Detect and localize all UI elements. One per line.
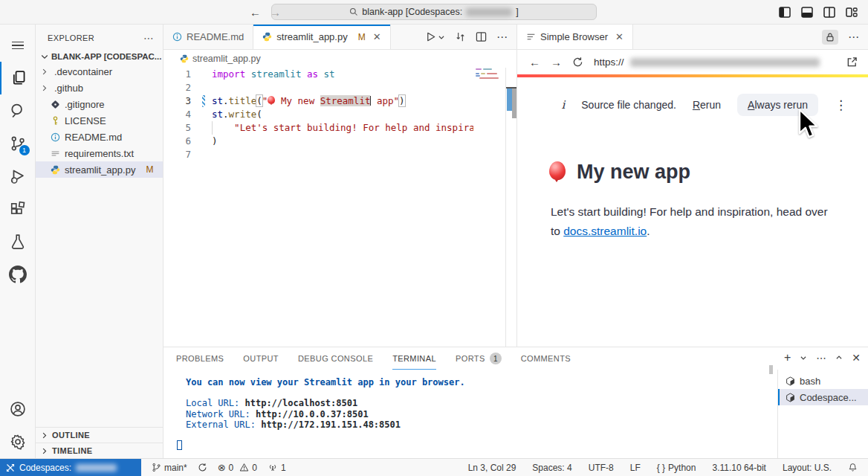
browser-back-icon[interactable]: ← bbox=[529, 56, 540, 68]
forwarded-ports-status[interactable]: 1 bbox=[268, 463, 286, 473]
reload-icon[interactable] bbox=[572, 57, 583, 68]
tab-streamlit-app[interactable]: streamlit_app.py M ✕ bbox=[253, 25, 390, 49]
file-streamlit-app[interactable]: streamlit_app.py M bbox=[36, 161, 163, 178]
modified-badge: M bbox=[358, 32, 366, 42]
tab-debug-console[interactable]: DEBUG CONSOLE bbox=[298, 347, 373, 370]
menu-button[interactable] bbox=[0, 29, 36, 62]
indentation[interactable]: Spaces: 4 bbox=[532, 463, 571, 473]
activity-search[interactable] bbox=[0, 94, 36, 127]
rerun-link[interactable]: Rerun bbox=[693, 99, 721, 111]
session-bash[interactable]: bash bbox=[778, 373, 868, 389]
open-changes-icon[interactable] bbox=[455, 31, 466, 42]
accounts-button[interactable] bbox=[0, 393, 36, 425]
tab-readme[interactable]: README.md bbox=[163, 25, 253, 49]
branch-status[interactable]: main* bbox=[152, 463, 187, 473]
timeline-section[interactable]: TIMELINE bbox=[36, 443, 163, 458]
terminal-cube-icon bbox=[786, 376, 795, 386]
terminal-output[interactable]: You can now view your Streamlit app in y… bbox=[163, 370, 777, 458]
indent-guide bbox=[212, 121, 213, 135]
history-back-icon[interactable]: ← bbox=[250, 6, 261, 19]
file-github[interactable]: .github bbox=[36, 80, 163, 96]
remote-indicator[interactable]: Codespaces: bbox=[0, 459, 141, 476]
command-center-search[interactable]: blank-app [Codespaces: ] bbox=[271, 4, 597, 20]
outline-section[interactable]: OUTLINE bbox=[36, 427, 163, 443]
gear-icon bbox=[10, 434, 26, 450]
tab-simple-browser[interactable]: Simple Browser ✕ bbox=[517, 25, 633, 49]
url-field[interactable]: https:// bbox=[594, 57, 836, 68]
keyboard-layout[interactable]: Layout: U.S. bbox=[783, 463, 832, 473]
history-forward-icon[interactable]: → bbox=[270, 6, 281, 19]
activity-github[interactable] bbox=[0, 258, 36, 291]
run-dropdown-icon[interactable] bbox=[438, 33, 445, 41]
bell-icon[interactable] bbox=[848, 463, 858, 472]
url-protocol: https:// bbox=[594, 57, 624, 68]
toggle-panel-icon[interactable] bbox=[801, 7, 813, 18]
open-external-icon[interactable] bbox=[846, 57, 858, 68]
close-panel-icon[interactable]: ✕ bbox=[852, 352, 861, 364]
split-editor-icon[interactable] bbox=[823, 7, 835, 18]
tab-output[interactable]: OUTPUT bbox=[243, 347, 279, 370]
run-file-icon[interactable] bbox=[425, 31, 436, 42]
app-menu-icon[interactable]: ⋮ bbox=[835, 97, 847, 113]
status-info-icon[interactable]: i bbox=[561, 98, 565, 112]
activity-testing[interactable] bbox=[0, 225, 36, 258]
close-tab-icon[interactable]: ✕ bbox=[373, 31, 381, 42]
browser-forward-icon[interactable]: → bbox=[551, 56, 562, 68]
redacted-codespace-name bbox=[466, 8, 512, 16]
file-readme[interactable]: README.md bbox=[36, 129, 163, 145]
language-mode[interactable]: { }Python bbox=[657, 463, 696, 473]
activity-source-control[interactable]: 1 bbox=[0, 127, 36, 160]
file-requirements[interactable]: requirements.txt bbox=[36, 145, 163, 161]
toggle-sidebar-icon[interactable] bbox=[779, 7, 791, 18]
docs-link[interactable]: docs.streamlit.io bbox=[563, 225, 647, 237]
file-gitignore[interactable]: .gitignore bbox=[36, 96, 163, 112]
browser-more-actions[interactable]: ⋯ bbox=[848, 30, 859, 44]
key-icon bbox=[51, 116, 60, 126]
activity-explorer[interactable] bbox=[0, 62, 36, 94]
ruler-selection-mark bbox=[507, 89, 512, 111]
tab-problems[interactable]: PROBLEMS bbox=[176, 347, 224, 370]
lock-toggle[interactable] bbox=[822, 30, 838, 45]
titlebar: ← → blank-app [Codespaces: ] bbox=[0, 0, 868, 25]
terminal-dropdown-icon[interactable] bbox=[800, 354, 807, 361]
tab-comments[interactable]: COMMENTS bbox=[521, 347, 571, 370]
editor-more-actions[interactable]: ⋯ bbox=[496, 30, 508, 44]
eol-sequence[interactable]: LF bbox=[630, 463, 641, 473]
close-tab-icon[interactable]: ✕ bbox=[615, 31, 624, 42]
minimap[interactable] bbox=[473, 68, 505, 347]
session-codespace[interactable]: Codespace... bbox=[778, 389, 868, 405]
panel-more-actions[interactable]: ⋯ bbox=[816, 352, 826, 364]
tab-terminal[interactable]: TERMINAL bbox=[392, 347, 436, 370]
cursor-position[interactable]: Ln 3, Col 29 bbox=[468, 463, 516, 473]
maximize-panel-icon[interactable] bbox=[835, 354, 843, 361]
scm-badge: 1 bbox=[19, 145, 30, 155]
split-editor-icon[interactable] bbox=[476, 31, 487, 42]
explorer-sidebar: EXPLORER ⋯ BLANK-APP [CODESPAC... .devco… bbox=[36, 25, 163, 458]
overview-ruler[interactable] bbox=[505, 68, 516, 347]
activity-run-debug[interactable] bbox=[0, 160, 36, 193]
settings-button[interactable] bbox=[0, 425, 36, 458]
chevron-right-icon bbox=[40, 68, 48, 76]
tab-ports[interactable]: PORTS1 bbox=[456, 347, 502, 370]
python-interpreter[interactable]: 3.11.10 64-bit bbox=[712, 463, 766, 473]
activity-extensions[interactable] bbox=[0, 193, 36, 225]
problems-status[interactable]: ⊗ 0 0 bbox=[218, 462, 257, 473]
file-devcontainer[interactable]: .devcontainer bbox=[36, 63, 163, 80]
new-terminal-icon[interactable]: + bbox=[784, 351, 791, 364]
customize-layout-icon[interactable] bbox=[846, 7, 858, 18]
activity-bar: 1 bbox=[0, 25, 36, 458]
panel-scrollbar[interactable] bbox=[769, 365, 773, 374]
hamburger-icon bbox=[12, 39, 24, 52]
file-license[interactable]: LICENSE bbox=[36, 112, 163, 129]
chevron-right-icon bbox=[40, 447, 48, 455]
scrollbar-thumb[interactable] bbox=[512, 89, 516, 118]
chevron-down-icon bbox=[40, 52, 49, 61]
workspace-root[interactable]: BLANK-APP [CODESPAC... bbox=[36, 50, 163, 63]
app-title: My new app bbox=[577, 161, 690, 184]
sync-status[interactable] bbox=[198, 463, 207, 472]
explorer-more-actions[interactable]: ⋯ bbox=[143, 32, 154, 44]
encoding[interactable]: UTF-8 bbox=[589, 463, 614, 473]
code-editor[interactable]: 1import streamlit as st 2 3st.title(" My… bbox=[163, 68, 516, 347]
run-debug-icon bbox=[10, 168, 26, 184]
breadcrumb[interactable]: streamlit_app.py bbox=[163, 50, 516, 68]
